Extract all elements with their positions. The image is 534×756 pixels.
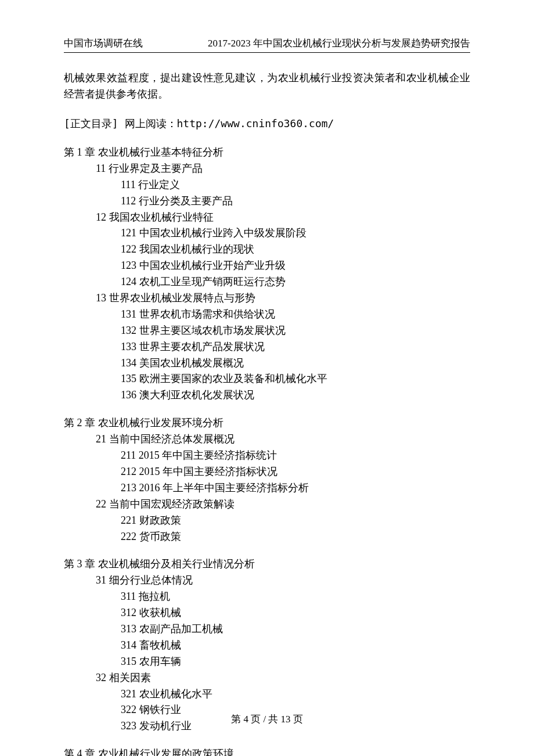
section-item: 124 农机工业呈现产销两旺运行态势 bbox=[64, 274, 470, 290]
section-item: 313 农副产品加工机械 bbox=[64, 621, 470, 638]
section-item: 213 2016 年上半年中国主要经济指标分析 bbox=[64, 480, 470, 496]
section-item: 132 世界主要区域农机市场发展状况 bbox=[64, 323, 470, 339]
section-title: 13 世界农业机械业发展特点与形势 bbox=[64, 290, 470, 307]
directory-link-line: [正文目录] 网上阅读：http://www.cninfo360.com/ bbox=[64, 116, 470, 132]
header-divider bbox=[64, 52, 470, 53]
section-title: 21 当前中国经济总体发展概况 bbox=[64, 431, 470, 448]
section-item: 122 我国农业机械行业的现状 bbox=[64, 242, 470, 258]
chapter: 第 1 章 农业机械行业基本特征分析11 行业界定及主要产品111 行业定义11… bbox=[64, 145, 470, 404]
page-footer: 第 4 页 / 共 13 页 bbox=[0, 712, 534, 727]
chapter-title: 第 2 章 农业机械行业发展环境分析 bbox=[64, 415, 470, 431]
section-item: 121 中国农业机械行业跨入中级发展阶段 bbox=[64, 225, 470, 242]
section-item: 221 财政政策 bbox=[64, 513, 470, 529]
chapter: 第 3 章 农业机械细分及相关行业情况分析31 细分行业总体情况311 拖拉机3… bbox=[64, 556, 470, 735]
header-right: 2017-2023 年中国农业机械行业现状分析与发展趋势研究报告 bbox=[208, 36, 470, 51]
section-item: 112 行业分类及主要产品 bbox=[64, 193, 470, 210]
section-title: 12 我国农业机械行业特征 bbox=[64, 210, 470, 226]
section-title: 22 当前中国宏观经济政策解读 bbox=[64, 496, 470, 513]
chapter-title: 第 1 章 农业机械行业基本特征分析 bbox=[64, 145, 470, 161]
section-item: 222 货币政策 bbox=[64, 529, 470, 545]
section-title: 32 相关因素 bbox=[64, 670, 470, 686]
header-left: 中国市场调研在线 bbox=[64, 36, 143, 51]
section-item: 312 收获机械 bbox=[64, 605, 470, 621]
chapter-title: 第 3 章 农业机械细分及相关行业情况分析 bbox=[64, 556, 470, 573]
section-item: 131 世界农机市场需求和供给状况 bbox=[64, 307, 470, 323]
section-item: 321 农业机械化水平 bbox=[64, 686, 470, 703]
section-item: 111 行业定义 bbox=[64, 177, 470, 193]
section-item: 211 2015 年中国主要经济指标统计 bbox=[64, 448, 470, 464]
chapter: 第 2 章 农业机械行业发展环境分析21 当前中国经济总体发展概况211 201… bbox=[64, 415, 470, 545]
table-of-contents: 第 1 章 农业机械行业基本特征分析11 行业界定及主要产品111 行业定义11… bbox=[64, 145, 470, 756]
section-item: 136 澳大利亚农机化发展状况 bbox=[64, 387, 470, 404]
section-item: 135 欧洲主要国家的农业及装备和机械化水平 bbox=[64, 371, 470, 387]
section-title: 31 细分行业总体情况 bbox=[64, 573, 470, 589]
section-title: 11 行业界定及主要产品 bbox=[64, 161, 470, 177]
section-item: 311 拖拉机 bbox=[64, 589, 470, 605]
section-item: 123 中国农业机械行业开始产业升级 bbox=[64, 258, 470, 274]
section-item: 134 美国农业机械发展概况 bbox=[64, 355, 470, 372]
section-item: 315 农用车辆 bbox=[64, 654, 470, 670]
section-item: 314 畜牧机械 bbox=[64, 638, 470, 654]
chapter-title: 第 4 章 农业机械行业发展的政策环境 bbox=[64, 746, 470, 756]
section-item: 133 世界主要农机产品发展状况 bbox=[64, 339, 470, 355]
intro-paragraph: 机械效果效益程度，提出建设性意见建议，为农业机械行业投资决策者和农业机械企业经营… bbox=[64, 70, 470, 103]
section-item: 212 2015 年中国主要经济指标状况 bbox=[64, 464, 470, 480]
chapter: 第 4 章 农业机械行业发展的政策环境 bbox=[64, 746, 470, 756]
